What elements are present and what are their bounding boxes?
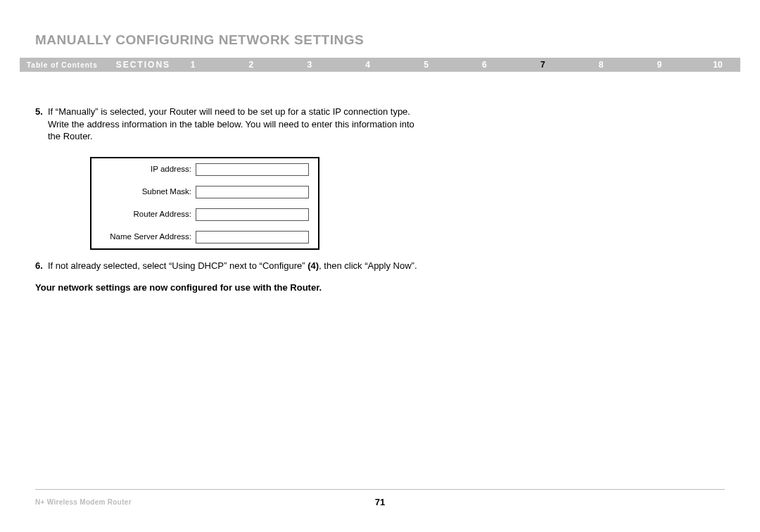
section-navbar: Table of Contents SECTIONS 1 2 3 4 5 6 7… [20, 58, 740, 72]
section-link-6[interactable]: 6 [479, 60, 490, 70]
label-ip-address: IP address: [91, 164, 196, 175]
input-name-server[interactable] [196, 231, 309, 243]
footer-divider [35, 489, 725, 490]
page-title: MANUALLY CONFIGURING NETWORK SETTINGS [35, 32, 364, 48]
step-6-pre: If not already selected, select “Using D… [48, 260, 308, 271]
section-link-10[interactable]: 10 [712, 60, 723, 70]
step-5: 5. If “Manually” is selected, your Route… [35, 106, 429, 143]
label-router-address: Router Address: [91, 209, 196, 220]
row-subnet-mask: Subnet Mask: [91, 181, 318, 203]
input-router-address[interactable] [196, 208, 309, 221]
page: MANUALLY CONFIGURING NETWORK SETTINGS Ta… [0, 0, 760, 532]
section-link-2[interactable]: 2 [246, 60, 257, 70]
address-form: IP address: Subnet Mask: Router Address:… [90, 157, 319, 250]
conclusion-text: Your network settings are now configured… [35, 281, 429, 294]
row-ip-address: IP address: [91, 158, 318, 181]
section-link-3[interactable]: 3 [304, 60, 315, 70]
input-ip-address[interactable] [196, 163, 309, 176]
step-6-text: If not already selected, select “Using D… [48, 260, 429, 272]
label-subnet-mask: Subnet Mask: [91, 186, 196, 198]
label-name-server: Name Server Address: [91, 232, 196, 243]
section-link-9[interactable]: 9 [654, 60, 665, 70]
step-5-number: 5. [35, 106, 48, 143]
section-link-4[interactable]: 4 [362, 60, 374, 70]
section-link-1[interactable]: 1 [187, 60, 198, 70]
input-subnet-mask[interactable] [196, 186, 309, 198]
step-6: 6. If not already selected, select “Usin… [35, 260, 429, 272]
step-6-post: , then click “Apply Now”. [319, 260, 417, 271]
sections-list: 1 2 3 4 5 6 7 8 9 10 [187, 60, 740, 70]
content-area: 5. If “Manually” is selected, your Route… [35, 106, 429, 294]
step-5-text: If “Manually” is selected, your Router w… [48, 106, 429, 143]
step-6-bold: (4) [308, 260, 319, 271]
section-link-8[interactable]: 8 [595, 60, 607, 70]
section-link-5[interactable]: 5 [421, 60, 432, 70]
section-link-7[interactable]: 7 [537, 60, 548, 70]
row-name-server: Name Server Address: [91, 226, 318, 248]
toc-link[interactable]: Table of Contents [20, 61, 109, 69]
footer-page-number: 71 [0, 497, 760, 507]
sections-label: SECTIONS [109, 60, 187, 70]
row-router-address: Router Address: [91, 203, 318, 226]
step-6-number: 6. [35, 260, 48, 272]
